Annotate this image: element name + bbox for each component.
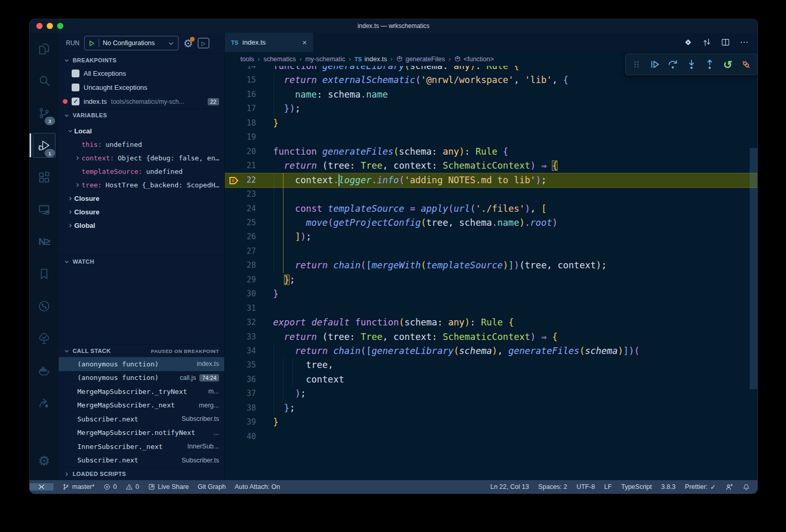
line-number[interactable]: 30: [225, 287, 256, 301]
breadcrumb-item-index.ts[interactable]: TSindex.ts: [355, 56, 387, 63]
line-number[interactable]: 31: [225, 302, 256, 316]
status-feedback[interactable]: [725, 483, 733, 491]
activity-item-search[interactable]: [30, 65, 59, 97]
breakpoint-checkbox[interactable]: ✓: [72, 98, 79, 105]
line-number[interactable]: 17: [225, 102, 256, 116]
open-debug-console-button[interactable]: ▷: [198, 38, 209, 48]
variable-scope-row[interactable]: Local: [59, 124, 224, 138]
status-lf[interactable]: LF: [604, 483, 612, 490]
breakpoint-checkbox[interactable]: [72, 70, 79, 77]
status-ln-22-col-13[interactable]: Ln 22, Col 13: [490, 483, 528, 490]
status-git-graph[interactable]: Git Graph: [198, 483, 226, 490]
activity-item-remote-explorer[interactable]: [30, 194, 59, 226]
line-number[interactable]: 28: [225, 258, 256, 272]
activity-item-docker[interactable]: [30, 354, 59, 387]
line-number[interactable]: 39: [225, 415, 256, 429]
breadcrumb-item-schematics[interactable]: schematics: [263, 56, 296, 63]
call-stack-frame[interactable]: (anonymous function)call.js74:24: [59, 371, 224, 385]
breadcrumb-item-my-schematic[interactable]: my-schematic: [305, 56, 345, 63]
chevron-right-icon[interactable]: [66, 223, 74, 228]
scrollbar-slider[interactable]: [750, 148, 757, 389]
section-header-watch[interactable]: WATCH: [59, 255, 224, 268]
line-number[interactable]: 26: [225, 230, 256, 244]
line-number[interactable]: 40: [225, 430, 256, 444]
code-area[interactable]: 14function generateLibrary(schema: any):…: [225, 52, 757, 480]
activity-item-run-debug[interactable]: 1: [30, 129, 59, 161]
activity-item-extensions[interactable]: [30, 161, 59, 194]
call-stack-frame[interactable]: (anonymous function)index.ts: [59, 357, 224, 371]
variable-scope-row[interactable]: Closure: [59, 192, 224, 205]
tab-index-ts[interactable]: TS index.ts ×: [225, 33, 313, 52]
line-number[interactable]: 33: [225, 330, 256, 344]
call-stack-frame[interactable]: MergeMapSubscriber._tryNextm...: [59, 385, 224, 399]
breakpoint-row[interactable]: Uncaught Exceptions: [59, 80, 224, 94]
step-over-button[interactable]: [666, 57, 680, 72]
breakpoint-row[interactable]: ✓index.tstools/schematics/my-sch...22: [59, 94, 224, 108]
variable-row[interactable]: templateSource:undefined: [59, 165, 224, 178]
activity-item-settings[interactable]: ⚙: [30, 445, 59, 477]
maximize-window-button[interactable]: [57, 23, 63, 29]
restart-button[interactable]: ↺: [721, 57, 735, 72]
line-number[interactable]: 32: [225, 316, 256, 330]
section-header-variables[interactable]: VARIABLES: [59, 108, 224, 121]
split-editor-button[interactable]: [721, 37, 730, 47]
debug-settings-button[interactable]: ⚙: [183, 38, 193, 49]
breadcrumb-item-tools[interactable]: tools: [240, 56, 254, 63]
status-0[interactable]: 0: [103, 483, 117, 490]
line-number[interactable]: 35: [225, 358, 256, 372]
title-bar[interactable]: index.ts — wrkschematics: [30, 19, 757, 33]
variable-scope-row[interactable]: Closure: [59, 205, 224, 219]
line-number[interactable]: 24: [225, 202, 256, 216]
chevron-right-icon[interactable]: [73, 155, 82, 161]
compare-changes-button[interactable]: [702, 37, 712, 47]
breakpoint-checkbox[interactable]: [72, 84, 79, 91]
activity-item-explorer[interactable]: [30, 33, 59, 65]
variable-row[interactable]: tree:HostTree {_backend: ScopedH…: [59, 178, 224, 192]
gripper-button[interactable]: [629, 57, 644, 72]
chevron-right-icon[interactable]: [73, 182, 82, 188]
status-live-share[interactable]: Live Share: [148, 483, 189, 490]
call-stack-frame[interactable]: InnerSubscriber._nextInnerSub...: [59, 440, 224, 454]
call-stack-frame[interactable]: MergeMapSubscriber.notifyNext...: [59, 426, 224, 440]
start-debug-icon[interactable]: [88, 40, 95, 47]
variable-scope-row[interactable]: Global: [59, 219, 224, 232]
activity-item-source-control[interactable]: 3: [30, 97, 59, 129]
step-into-button[interactable]: [684, 57, 699, 72]
paused-breakpoint-icon[interactable]: [229, 176, 239, 187]
line-number[interactable]: 16: [225, 88, 256, 102]
status-master-[interactable]: master*: [62, 483, 94, 490]
activity-item-git-graph[interactable]: [30, 290, 59, 322]
activity-item-nx-console[interactable]: N≥: [30, 226, 59, 258]
line-number[interactable]: 19: [225, 130, 256, 144]
disconnect-button[interactable]: [739, 57, 753, 72]
section-header-loaded-scripts[interactable]: LOADED SCRIPTS: [59, 467, 224, 480]
activity-item-testing[interactable]: [30, 322, 59, 354]
breadcrumb-item-function[interactable]: <function>: [454, 56, 494, 63]
line-number[interactable]: 27: [225, 244, 256, 258]
launch-configuration-dropdown[interactable]: No Configurations: [84, 36, 179, 50]
status-utf-8[interactable]: UTF-8: [576, 483, 594, 490]
line-number[interactable]: 25: [225, 216, 256, 230]
line-number[interactable]: 18: [225, 116, 256, 130]
status-3-8-3[interactable]: 3.8.3: [661, 483, 676, 490]
line-number[interactable]: 23: [225, 187, 256, 201]
status-0[interactable]: 0: [126, 483, 139, 490]
status-auto-attach-on[interactable]: Auto Attach: On: [235, 483, 280, 490]
open-changes-button[interactable]: [683, 37, 693, 47]
variable-row[interactable]: context:Object {debug: false, en…: [59, 151, 224, 165]
line-number[interactable]: 20: [225, 145, 256, 159]
section-header-call-stack[interactable]: CALL STACKPAUSED ON BREAKPOINT: [59, 344, 224, 357]
minimize-window-button[interactable]: [47, 23, 53, 29]
close-tab-icon[interactable]: ×: [302, 38, 307, 47]
close-window-button[interactable]: [36, 23, 43, 29]
line-number[interactable]: 34: [225, 344, 256, 358]
line-number[interactable]: 15: [225, 73, 256, 87]
chevron-right-icon[interactable]: [66, 209, 74, 215]
line-number[interactable]: 29: [225, 273, 256, 287]
breakpoint-row[interactable]: All Exceptions: [59, 66, 224, 80]
status-spaces-2[interactable]: Spaces: 2: [538, 483, 567, 490]
call-stack-frame[interactable]: MergeMapSubscriber._nextmerg...: [59, 399, 224, 413]
line-number[interactable]: 38: [225, 401, 256, 415]
call-stack-frame[interactable]: Subscriber.nextSubscriber.ts: [59, 454, 224, 468]
status-typescript[interactable]: TypeScript: [621, 483, 652, 490]
